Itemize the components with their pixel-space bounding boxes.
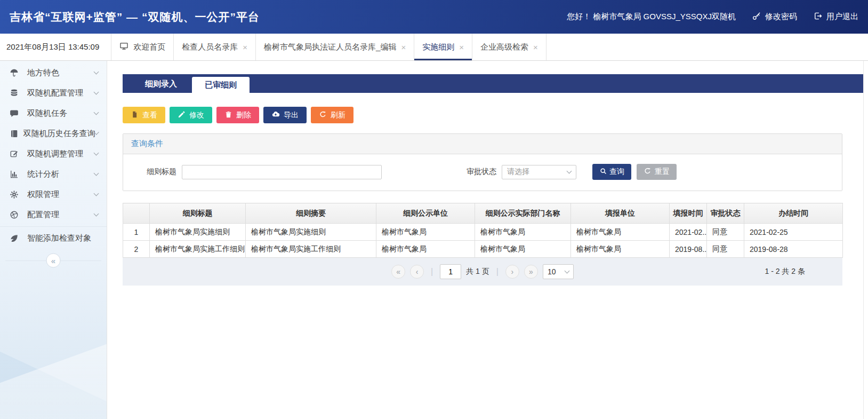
reset-button[interactable]: 重置	[637, 164, 677, 180]
tab-welcome-home[interactable]: 欢迎首页	[111, 34, 174, 60]
total-pages-label: 共 1 页	[466, 267, 489, 276]
table-row[interactable]: 2 榆树市气象局实施工作细则 榆树市气象局实施工作细则 榆树市气象局 榆树市气象…	[123, 241, 843, 258]
sidebar-collapse-button[interactable]: «	[46, 254, 61, 268]
approval-status-selected-value: 请选择	[507, 167, 529, 177]
cell-index: 1	[123, 224, 150, 241]
column-header-filling-unit: 填报单位	[571, 203, 670, 224]
cell-index: 2	[123, 241, 150, 258]
view-button-label: 查看	[142, 110, 157, 120]
table-row[interactable]: 1 榆树市气象局实施细则 榆树市气象局实施细则 榆树市气象局 榆树市气象局 榆树…	[123, 224, 843, 241]
sidebar-item-permission-management[interactable]: 权限管理	[0, 184, 107, 204]
prev-page-button[interactable]: ‹	[410, 265, 424, 279]
cell-completion-time: 2021-02-25	[744, 224, 843, 241]
sidebar-item-local-features[interactable]: 地方特色	[0, 62, 107, 83]
chevron-down-icon	[94, 89, 99, 94]
rule-title-label: 细则标题	[123, 167, 182, 177]
cell-filling-time: 2021-02...	[670, 224, 707, 241]
sidebar-item-statistics[interactable]: 统计分析	[0, 164, 107, 184]
chevron-down-icon	[94, 150, 99, 155]
close-icon[interactable]: ×	[243, 43, 247, 52]
sidebar-item-label: 地方特色	[23, 68, 94, 78]
sidebar-item-smart-add-inspection-target[interactable]: 智能添加检查对象	[0, 226, 107, 248]
sidebar-item-label: 双随机配置管理	[23, 88, 94, 98]
tab-inspector-roster[interactable]: 检查人员名录库 ×	[174, 34, 256, 60]
chevron-down-icon	[94, 211, 99, 216]
tab-enterprise-advanced-search[interactable]: 企业高级检索 ×	[472, 34, 546, 60]
cell-filling-unit: 榆树市气象局	[571, 224, 670, 241]
close-icon[interactable]: ×	[401, 43, 406, 52]
leaf-icon	[10, 234, 23, 243]
view-button[interactable]: 查看	[123, 107, 165, 123]
approval-status-select[interactable]: 请选择	[502, 165, 576, 179]
cell-actual-department: 榆树市气象局	[475, 224, 571, 241]
tab-label: 检查人员名录库	[182, 42, 238, 52]
divider: |	[496, 267, 499, 276]
chevron-down-icon	[94, 109, 99, 115]
sidebar-item-config-management[interactable]: 配置管理	[0, 204, 107, 225]
page-size-value: 10	[548, 267, 556, 276]
tab-implementation-rules[interactable]: 实施细则 ×	[414, 34, 472, 60]
tab-label: 欢迎首页	[133, 42, 165, 52]
tab-lawcert-roster-edit[interactable]: 榆树市气象局执法证人员名录库_编辑 ×	[256, 34, 414, 60]
sidebar-item-double-random-tasks[interactable]: 双随机任务	[0, 103, 107, 123]
datetime-display: 2021年08月13日 13:45:09	[0, 34, 111, 60]
tab-approved-rules[interactable]: 已审细则	[192, 77, 250, 93]
close-icon[interactable]: ×	[533, 43, 538, 52]
book-icon	[10, 129, 20, 138]
rules-table: 细则标题 细则摘要 细则公示单位 细则公示实际部门名称 填报单位 填报时间 审批…	[123, 203, 843, 258]
sidebar-item-adjustment-management[interactable]: 双随机调整管理	[0, 144, 107, 164]
cell-publish-unit: 榆树市气象局	[376, 224, 475, 241]
column-header-index	[123, 203, 150, 224]
cell-approval-status: 同意	[707, 224, 744, 241]
logout-icon	[813, 11, 823, 22]
sidebar-item-history-task-query[interactable]: 双随机历史任务查询	[0, 123, 107, 144]
table-header-row: 细则标题 细则摘要 细则公示单位 细则公示实际部门名称 填报单位 填报时间 审批…	[123, 203, 843, 224]
first-page-button[interactable]: «	[391, 265, 405, 279]
sidebar-item-double-random-config[interactable]: 双随机配置管理	[0, 83, 107, 103]
rule-title-input[interactable]	[182, 165, 382, 179]
approval-status-label: 审批状态	[382, 167, 502, 177]
refresh-button[interactable]: 刷新	[311, 107, 353, 123]
sidebar-item-label: 智能添加检查对象	[23, 233, 98, 243]
cell-filling-time: 2019-08...	[670, 241, 707, 258]
chevron-down-icon	[567, 168, 572, 173]
export-button[interactable]: 导出	[263, 107, 307, 123]
bar-chart-icon	[10, 170, 23, 179]
change-password-button[interactable]: 修改密码	[752, 11, 797, 22]
refresh-icon	[319, 110, 327, 120]
comment-icon	[10, 109, 23, 118]
export-button-label: 导出	[284, 110, 299, 120]
logout-button[interactable]: 用户退出	[813, 11, 858, 22]
query-conditions-body: 细则标题 审批状态 请选择 查询 重置	[123, 154, 842, 191]
toolbar: 查看 修改 删除 导出	[123, 107, 842, 123]
sidebar-item-label: 配置管理	[23, 210, 94, 220]
header-user-area: 您好！ 榆树市气象局 GOVSSJ_YSSQXJ双随机 修改密码 用户退出	[567, 11, 858, 22]
page-size-select[interactable]: 10	[543, 264, 574, 279]
delete-button[interactable]: 删除	[216, 107, 259, 123]
user-greeting: 您好！ 榆树市气象局 GOVSSJ_YSSQXJ双随机	[567, 12, 736, 22]
tab-rule-entry[interactable]: 细则录入	[130, 74, 192, 93]
reset-button-label: 重置	[655, 167, 670, 177]
edit-button[interactable]: 修改	[170, 107, 212, 123]
sidebar-item-label: 统计分析	[23, 169, 94, 179]
pencil-icon	[178, 110, 186, 120]
sidebar-collapse-row: «	[5, 249, 101, 272]
page-number-input[interactable]	[440, 264, 461, 279]
reset-icon	[644, 167, 652, 177]
tab-label: 企业高级检索	[480, 42, 528, 52]
cell-rule-title: 榆树市气象局实施细则	[150, 224, 246, 241]
edit-icon	[10, 149, 23, 159]
database-icon	[10, 89, 23, 98]
edit-button-label: 修改	[189, 110, 204, 120]
panel-tabs: 细则录入 已审细则	[123, 74, 864, 93]
search-button[interactable]: 查询	[592, 164, 631, 180]
delete-button-label: 删除	[236, 110, 251, 120]
tab-label: 榆树市气象局执法证人员名录库_编辑	[264, 42, 396, 52]
last-page-button[interactable]: »	[524, 265, 538, 279]
sidebar-item-label: 双随机历史任务查询	[20, 129, 95, 139]
column-header-publish-unit: 细则公示单位	[376, 203, 475, 224]
close-icon[interactable]: ×	[459, 43, 464, 52]
next-page-button[interactable]: ›	[505, 265, 519, 279]
monitor-icon	[119, 42, 128, 52]
umbrella-icon	[10, 68, 23, 77]
